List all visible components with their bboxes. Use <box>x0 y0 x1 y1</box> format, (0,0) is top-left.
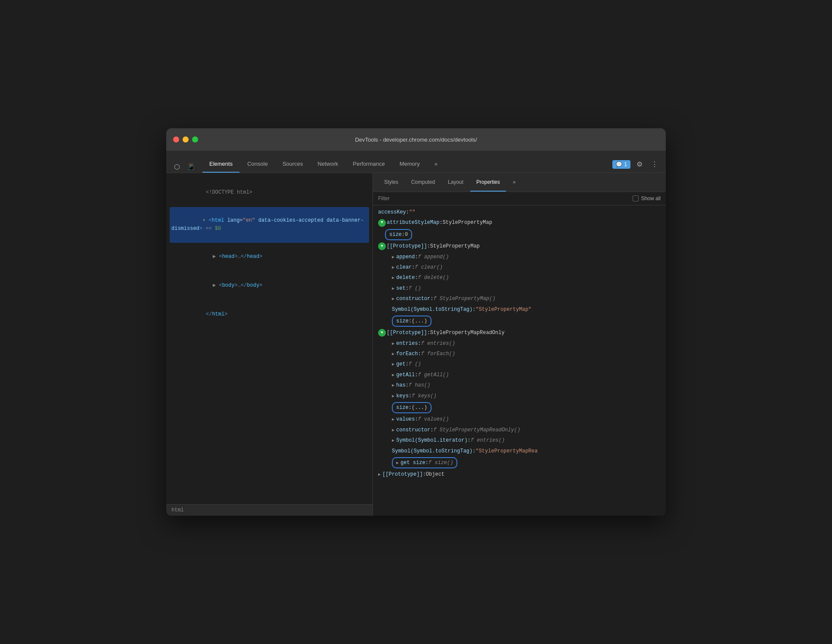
traffic-lights <box>173 136 198 142</box>
prop-constructor-spmro[interactable]: ▶ constructor: f StylePropertyMapReadOnl… <box>373 425 666 435</box>
prop-has[interactable]: ▶ has: f has() <box>373 380 666 390</box>
prop-set[interactable]: ▶ set: f () <box>373 283 666 294</box>
tab-console[interactable]: Console <box>240 155 275 173</box>
prop-size-ellipsis-2[interactable]: size: (...) <box>373 401 666 414</box>
sec-tab-overflow[interactable]: » <box>507 173 522 192</box>
prop-key: get <box>396 360 406 368</box>
tabbar-right-controls: 💬 1 ⚙ ⋮ <box>612 158 661 173</box>
prop-value: f append() <box>418 253 449 261</box>
dom-doctype: <!DOCTYPE html> <box>170 178 369 207</box>
prop-value: "StylePropertyMap" <box>475 305 531 314</box>
prop-key: forEach <box>396 350 418 358</box>
tab-overflow[interactable]: » <box>428 155 444 173</box>
tab-network[interactable]: Network <box>311 155 345 173</box>
close-button[interactable] <box>173 136 179 142</box>
sec-tab-styles[interactable]: Styles <box>378 173 404 192</box>
feedback-badge[interactable]: 💬 1 <box>612 160 630 169</box>
devtools-window: DevTools - developer.chrome.com/docs/dev… <box>166 128 666 516</box>
main-content: <!DOCTYPE html> ▾ <html lang="en" data-c… <box>166 173 666 516</box>
prop-key: [[Prototype]] <box>382 470 423 479</box>
show-all-container[interactable]: Show all <box>633 195 661 201</box>
prop-value: f has() <box>409 381 430 390</box>
prop-value: f delete() <box>418 273 449 282</box>
window-title: DevTools - developer.chrome.com/docs/dev… <box>355 136 477 143</box>
prop-key: size <box>389 230 402 239</box>
device-icon[interactable]: 📱 <box>184 161 198 173</box>
dom-head-element[interactable]: ▶ <head>…</head> <box>170 243 369 272</box>
prop-value: f getAll() <box>418 371 449 379</box>
dom-panel: <!DOCTYPE html> ▾ <html lang="en" data-c… <box>166 173 373 516</box>
filter-bar: Filter Show all <box>373 192 666 205</box>
prop-key: delete <box>396 273 415 282</box>
filter-input[interactable] <box>395 195 627 201</box>
prop-values[interactable]: ▶ values: f values() <box>373 414 666 424</box>
sec-tab-computed[interactable]: Computed <box>405 173 441 192</box>
prop-getall[interactable]: ▶ getAll: f getAll() <box>373 370 666 380</box>
prop-prototype-spmro[interactable]: ▼ [[Prototype]]: StylePropertyMapReadOnl… <box>373 328 666 338</box>
prop-value: f size() <box>428 458 453 467</box>
prop-key: Symbol(Symbol.toStringTag) <box>392 305 472 314</box>
prop-value: f StylePropertyMap() <box>433 294 495 303</box>
prop-size-0[interactable]: size: 0 <box>373 228 666 241</box>
prop-key: size <box>396 317 409 325</box>
more-icon[interactable]: ⋮ <box>649 158 661 170</box>
prop-append[interactable]: ▶ append: f append() <box>373 252 666 262</box>
prop-prototype-style-property-map[interactable]: ▼ [[Prototype]]: StylePropertyMap <box>373 241 666 251</box>
prop-value: (...) <box>412 403 427 412</box>
prop-get[interactable]: ▶ get: f () <box>373 359 666 369</box>
main-tabbar: ⬡ 📱 Elements Console Sources Network Per… <box>166 151 666 173</box>
prop-value: f () <box>409 284 421 293</box>
settings-icon[interactable]: ⚙ <box>634 158 645 170</box>
dom-body-element[interactable]: ▶ <body>…</body> <box>170 271 369 300</box>
tab-elements[interactable]: Elements <box>202 155 239 173</box>
prop-value: f entries() <box>471 436 505 445</box>
prop-get-size[interactable]: ▶ get size: f size() <box>373 456 666 469</box>
prop-symbol-iterator[interactable]: ▶ Symbol(Symbol.iterator): f entries() <box>373 435 666 446</box>
prop-symbol-tostring-spm[interactable]: Symbol(Symbol.toStringTag): "StyleProper… <box>373 304 666 315</box>
prop-key: clear <box>396 263 412 272</box>
dom-tree: <!DOCTYPE html> ▾ <html lang="en" data-c… <box>166 173 373 504</box>
tab-sources[interactable]: Sources <box>276 155 310 173</box>
prop-value: f clear() <box>415 263 443 272</box>
prop-entries[interactable]: ▶ entries: f entries() <box>373 338 666 349</box>
prop-key: getAll <box>396 371 415 379</box>
sec-tab-layout[interactable]: Layout <box>442 173 469 192</box>
prop-attribute-style-map[interactable]: ▼ attributeStyleMap: StylePropertyMap <box>373 217 666 228</box>
show-all-checkbox[interactable] <box>633 195 639 201</box>
prop-key: append <box>396 253 415 261</box>
prop-access-key[interactable]: accessKey: "" <box>373 207 666 217</box>
feedback-count: 1 <box>624 161 627 167</box>
prop-value: f keys() <box>412 392 437 400</box>
maximize-button[interactable] <box>192 136 198 142</box>
prop-symbol-tostring-spmro[interactable]: Symbol(Symbol.toStringTag): "StyleProper… <box>373 446 666 456</box>
cursor-icon[interactable]: ⬡ <box>171 161 183 173</box>
prop-key: Symbol(Symbol.iterator) <box>396 436 468 445</box>
prop-keys[interactable]: ▶ keys: f keys() <box>373 391 666 401</box>
prop-value: StylePropertyMap <box>430 242 480 251</box>
prop-key: accessKey <box>378 208 406 217</box>
breadcrumb: html <box>166 504 373 516</box>
expand-circle-icon[interactable]: ▼ <box>378 219 386 227</box>
prop-key: has <box>396 381 406 390</box>
tab-memory[interactable]: Memory <box>393 155 427 173</box>
expand-circle-icon[interactable]: ▼ <box>378 329 386 337</box>
tab-performance[interactable]: Performance <box>346 155 391 173</box>
sec-tab-properties[interactable]: Properties <box>470 173 506 192</box>
prop-prototype-object[interactable]: ▶ [[Prototype]]: Object <box>373 469 666 480</box>
prop-key: set <box>396 284 406 293</box>
prop-foreach[interactable]: ▶ forEach: f forEach() <box>373 349 666 359</box>
prop-clear[interactable]: ▶ clear: f clear() <box>373 262 666 272</box>
prop-delete[interactable]: ▶ delete: f delete() <box>373 272 666 283</box>
prop-value: f values() <box>418 415 449 424</box>
prop-constructor-spm[interactable]: ▶ constructor: f StylePropertyMap() <box>373 294 666 304</box>
dom-html-element[interactable]: ▾ <html lang="en" data-cookies-accepted … <box>170 207 369 243</box>
prop-value: Object <box>426 470 444 479</box>
prop-size-ellipsis-1[interactable]: size: (...) <box>373 315 666 328</box>
properties-panel: Styles Computed Layout Properties » Filt… <box>373 173 666 516</box>
prop-key: entries <box>396 339 418 348</box>
prop-value: StylePropertyMap <box>443 218 492 227</box>
expand-circle-icon[interactable]: ▼ <box>378 242 386 250</box>
titlebar: DevTools - developer.chrome.com/docs/dev… <box>166 128 666 151</box>
minimize-button[interactable] <box>183 136 189 142</box>
prop-key: size <box>396 403 409 412</box>
